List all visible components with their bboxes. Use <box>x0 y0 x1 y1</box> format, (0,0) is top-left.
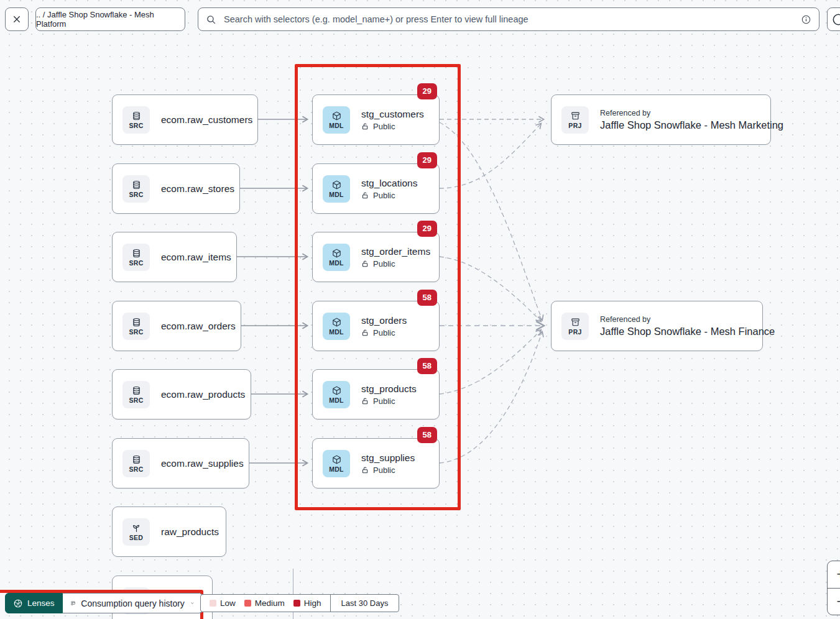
node-title: Jaffle Shop Snowflake - Mesh Finance <box>600 326 762 337</box>
kind-label: MDL <box>329 122 344 129</box>
cube-icon <box>331 248 342 259</box>
model-icon-tile: MDL <box>323 175 350 203</box>
model-icon-tile: MDL <box>323 381 350 408</box>
source-icon-tile: SRC <box>122 175 150 203</box>
open-lock-icon <box>361 122 369 131</box>
zoom-out-button[interactable]: − <box>828 589 840 615</box>
breadcrumb-label: .. / Jaffle Shop Snowflake - Mesh Platfo… <box>36 10 185 29</box>
archive-icon <box>570 111 581 121</box>
cube-icon <box>331 180 342 190</box>
source-icon-tile: SRC <box>122 244 150 271</box>
source-node-ecom-raw-customers[interactable]: SRC ecom.raw_customers <box>112 94 258 145</box>
node-title: ecom.raw_customers <box>161 114 252 126</box>
lenses-button[interactable]: Lenses <box>5 593 63 613</box>
source-icon-tile: SRC <box>122 106 150 134</box>
model-node-stg-locations[interactable]: 29 MDL stg_locations Public <box>312 163 440 214</box>
database-icon <box>131 248 142 259</box>
node-title: stg_supplies <box>361 452 415 464</box>
kind-label: MDL <box>329 397 344 404</box>
referenced-by-label: Referenced by <box>600 315 762 324</box>
legend-item-low: Low <box>210 598 236 608</box>
project-node-mesh-finance[interactable]: PRJ Referenced by Jaffle Shop Snowflake … <box>551 301 763 351</box>
source-node-ecom-raw-products[interactable]: SRC ecom.raw_products <box>112 369 251 420</box>
access-row: Public <box>361 465 415 475</box>
model-node-stg-order-items[interactable]: 29 MDL stg_order_items Public <box>312 232 440 282</box>
database-icon <box>131 180 142 190</box>
zoom-in-button[interactable]: + <box>828 561 840 589</box>
query-history-icon <box>70 598 76 608</box>
seed-node-raw-products[interactable]: SED raw_products <box>112 507 226 557</box>
lens-type-dropdown[interactable]: Consumption query history <box>63 593 203 613</box>
cube-icon <box>331 317 342 328</box>
selected-lens-label: Consumption query history <box>81 598 185 608</box>
kind-label: PRJ <box>568 122 581 129</box>
model-icon-tile: MDL <box>323 313 350 340</box>
source-node-ecom-raw-supplies[interactable]: SRC ecom.raw_supplies <box>112 438 249 488</box>
model-node-stg-products[interactable]: 58 MDL stg_products Public <box>312 369 440 420</box>
access-row: Public <box>361 191 417 200</box>
node-title: ecom.raw_stores <box>161 183 234 195</box>
circle-icon <box>833 14 840 25</box>
search-input[interactable] <box>223 14 795 25</box>
kind-label: MDL <box>329 465 344 473</box>
model-icon-tile: MDL <box>323 450 350 477</box>
node-title: stg_order_items <box>361 246 430 257</box>
open-lock-icon <box>361 329 369 337</box>
access-row: Public <box>361 328 407 337</box>
seedling-icon <box>131 523 142 533</box>
close-button[interactable] <box>5 7 29 31</box>
source-node-ecom-raw-orders[interactable]: SRC ecom.raw_orders <box>112 301 241 351</box>
source-node-ecom-raw-items[interactable]: SRC ecom.raw_items <box>112 232 237 282</box>
aperture-icon <box>13 598 23 608</box>
breadcrumb[interactable]: .. / Jaffle Shop Snowflake - Mesh Platfo… <box>35 7 185 31</box>
node-title: stg_products <box>361 383 417 395</box>
legend-item-medium: Medium <box>244 598 285 608</box>
legend-label: Low <box>220 598 236 608</box>
model-node-stg-orders[interactable]: 58 MDL stg_orders Public <box>312 301 440 351</box>
legend-label: High <box>304 598 321 608</box>
usage-count-badge: 58 <box>417 290 437 306</box>
kind-label: SRC <box>129 191 143 198</box>
kind-label: SED <box>129 534 144 541</box>
model-node-stg-supplies[interactable]: 58 MDL stg_supplies Public <box>312 438 440 488</box>
search-icon <box>206 14 216 25</box>
lenses-label: Lenses <box>27 598 55 608</box>
node-title: stg_orders <box>361 315 407 326</box>
node-title: stg_locations <box>361 178 417 189</box>
usage-count-badge: 58 <box>417 427 437 443</box>
legend-label: Medium <box>255 598 285 608</box>
access-label: Public <box>373 397 395 406</box>
kind-label: MDL <box>329 259 344 267</box>
cube-icon <box>331 454 342 465</box>
info-icon[interactable] <box>801 14 811 25</box>
kind-label: PRJ <box>568 328 581 336</box>
access-label: Public <box>373 191 395 200</box>
node-title: raw_products <box>161 526 219 538</box>
kind-label: MDL <box>329 191 344 198</box>
canvas-zoom-controls: + − <box>827 561 840 615</box>
open-lock-icon <box>361 397 369 405</box>
access-label: Public <box>373 328 395 337</box>
close-icon <box>12 14 22 24</box>
kind-label: SRC <box>129 122 143 129</box>
node-title: ecom.raw_supplies <box>161 458 244 469</box>
open-lock-icon <box>361 191 369 199</box>
legend-swatch-low <box>210 600 216 607</box>
referenced-by-label: Referenced by <box>600 109 770 117</box>
access-row: Public <box>361 259 430 268</box>
chevron-down-icon <box>190 599 195 607</box>
node-title: ecom.raw_orders <box>161 321 236 332</box>
legend-swatch-high <box>293 600 300 607</box>
database-icon <box>131 317 142 328</box>
kind-label: MDL <box>329 328 344 336</box>
model-node-stg-customers[interactable]: 29 MDL stg_customers Public <box>312 94 440 145</box>
legend-date-range: Last 30 Days <box>330 595 399 612</box>
legend-item-high: High <box>293 598 321 608</box>
lenses-control-group: Lenses Consumption query history <box>5 593 203 613</box>
topbar-partial-button[interactable] <box>827 7 840 31</box>
node-title: Jaffle Shop Snowflake - Mesh Marketing <box>600 119 770 131</box>
source-node-ecom-raw-stores[interactable]: SRC ecom.raw_stores <box>112 163 240 214</box>
kind-label: SRC <box>129 465 143 473</box>
project-node-mesh-marketing[interactable]: PRJ Referenced by Jaffle Shop Snowflake … <box>551 94 771 145</box>
access-label: Public <box>373 259 395 268</box>
